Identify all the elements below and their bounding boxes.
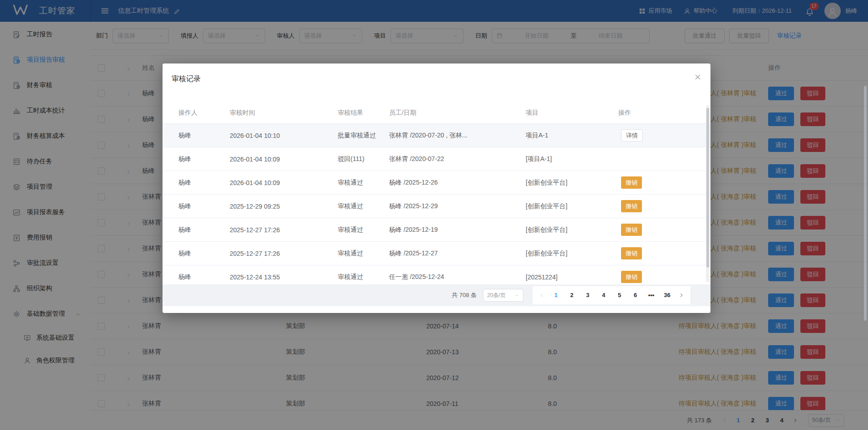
project: [20251224] (526, 274, 618, 281)
operator: 杨峰 (163, 202, 230, 210)
next-page-arrow[interactable] (675, 288, 688, 302)
modal-total-count: 共 708 条 (452, 291, 477, 299)
audit-time: 2025-12-27 17:26 (230, 226, 338, 234)
modal-column-header: 审核结果 (338, 109, 389, 117)
modal-title: 审核记录 (172, 74, 201, 84)
audit-record-row: 杨峰2025-12-27 17:26审核通过杨峰 /2025-12-27[创新创… (163, 242, 710, 265)
modal-column-header: 审核时间 (230, 109, 338, 117)
audit-result: 审核通过 (338, 226, 389, 234)
page-root: 工时管家 信息工时管理系统 应用市场 帮助中心 到期日期：2026-12-11 … (0, 0, 868, 430)
employee-date: 张林霄 /2020-07-22 (389, 155, 526, 163)
modal-column-header: 操作 (618, 109, 710, 117)
operator: 杨峰 (163, 226, 230, 234)
detail-button[interactable]: 详情 (621, 129, 643, 142)
employee-date: 任一葱 /2025-12-24 (389, 273, 526, 281)
employee-date: 杨峰 /2025-12-26 (389, 179, 526, 187)
audit-time: 2025-12-29 09:25 (230, 203, 338, 210)
page-number[interactable]: 6 (627, 288, 643, 302)
audit-result: 审核通过 (338, 249, 389, 258)
revoke-button[interactable]: 撤销 (621, 271, 642, 283)
page-number[interactable]: 36 (659, 288, 675, 302)
audit-result: 批量审核通过 (338, 132, 389, 140)
audit-record-row: 杨峰2025-12-27 17:26审核通过杨峰 /2025-12-19[创新创… (163, 218, 710, 242)
row-action: 撤销 (618, 200, 710, 212)
audit-record-row: 杨峰2026-01-04 10:09审核通过杨峰 /2025-12-26[创新创… (163, 171, 710, 195)
page-scrollbar[interactable] (864, 86, 867, 321)
revoke-button[interactable]: 撤销 (621, 247, 642, 259)
audit-time: 2026-01-04 10:09 (230, 179, 338, 186)
audit-result: 驳回(111) (338, 155, 389, 163)
row-action: 详情 (618, 129, 710, 142)
modal-scrollbar-track (706, 105, 710, 282)
audit-result: 审核通过 (338, 273, 389, 281)
revoke-button[interactable]: 撤销 (621, 200, 642, 212)
page-number[interactable]: 4 (596, 288, 612, 302)
modal-page-size-select[interactable]: 20条/页 (483, 289, 523, 302)
audit-time: 2026-01-04 10:09 (230, 156, 338, 163)
row-action: 撤销 (618, 271, 710, 283)
chevron-down-icon (514, 293, 519, 298)
audit-records-table: 操作人审核时间审核结果员工/日期项目操作 杨峰2026-01-04 10:10批… (163, 103, 710, 289)
modal-column-header: 操作人 (163, 109, 230, 117)
project: 项目A-1 (526, 132, 618, 140)
row-action: 撤销 (618, 247, 710, 259)
row-action: 撤销 (618, 176, 710, 189)
audit-result: 审核通过 (338, 202, 389, 210)
modal-scrollbar-thumb[interactable] (706, 108, 709, 268)
project: [创新创业平台] (526, 249, 618, 258)
page-number[interactable]: 3 (580, 288, 596, 302)
modal-page-size-value: 20条/页 (487, 292, 506, 299)
audit-record-row: 杨峰2026-01-04 10:09驳回(111)张林霄 /2020-07-22… (163, 147, 710, 171)
prev-page-arrow[interactable] (535, 288, 548, 302)
page-number[interactable]: 5 (612, 288, 627, 302)
audit-time: 2025-12-27 17:26 (230, 250, 338, 257)
page-number[interactable]: 2 (564, 288, 580, 302)
project: [创新创业平台] (526, 179, 618, 187)
modal-pagination: 共 708 条 20条/页 123456•••36 (163, 284, 710, 306)
modal-pager: 123456•••36 (533, 286, 690, 304)
modal-column-header: 员工/日期 (389, 109, 526, 117)
employee-date: 杨峰 /2025-12-29 (389, 202, 526, 210)
modal-column-header: 项目 (526, 109, 618, 117)
audit-records-modal: 审核记录 操作人审核时间审核结果员工/日期项目操作 杨峰2026-01-04 1… (163, 64, 710, 313)
audit-result: 审核通过 (338, 179, 389, 187)
pager-ellipsis[interactable]: ••• (643, 288, 659, 302)
close-icon[interactable] (694, 73, 701, 81)
revoke-button[interactable]: 撤销 (621, 176, 642, 189)
operator: 杨峰 (163, 155, 230, 163)
operator: 杨峰 (163, 249, 230, 258)
operator: 杨峰 (163, 132, 230, 140)
operator: 杨峰 (163, 273, 230, 281)
audit-record-row: 杨峰2026-01-04 10:10批量审核通过张林霄 /2020-07-20 … (163, 124, 710, 147)
employee-date: 张林霄 /2020-07-20 , 张林... (389, 132, 526, 140)
employee-date: 杨峰 /2025-12-19 (389, 226, 526, 234)
audit-time: 2025-12-24 13:55 (230, 274, 338, 281)
audit-time: 2026-01-04 10:10 (230, 132, 338, 139)
project: [项目A-1] (526, 155, 618, 163)
audit-record-row: 杨峰2025-12-29 09:25审核通过杨峰 /2025-12-29[创新创… (163, 195, 710, 218)
operator: 杨峰 (163, 179, 230, 187)
revoke-button[interactable]: 撤销 (621, 224, 642, 236)
page-number[interactable]: 1 (548, 288, 564, 302)
project: [创新创业平台] (526, 202, 618, 210)
employee-date: 杨峰 /2025-12-27 (389, 249, 526, 258)
row-action: 撤销 (618, 224, 710, 236)
modal-table-header: 操作人审核时间审核结果员工/日期项目操作 (163, 103, 710, 124)
project: [创新创业平台] (526, 226, 618, 234)
